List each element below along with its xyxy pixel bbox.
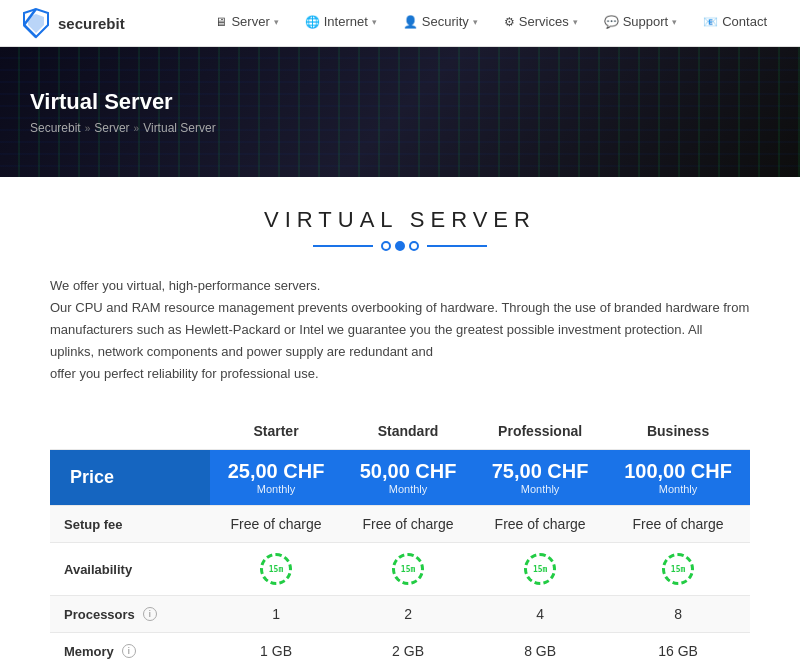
col-header-business: Business <box>606 413 750 450</box>
price-starter: 25,00 CHF Monthly <box>210 450 342 506</box>
table-row-setup: Setup fee Free of charge Free of charge … <box>50 506 750 543</box>
breadcrumb-sep1: » <box>85 123 91 134</box>
avail-badge-professional: 15m <box>524 553 556 585</box>
server-icon: 🖥 <box>215 15 227 29</box>
table-row-availability: Availability 15m 15m 15m 15m <box>50 543 750 596</box>
avail-label: Availability <box>50 543 210 596</box>
nav-internet-label: Internet <box>324 14 368 29</box>
avail-starter: 15m <box>210 543 342 596</box>
mem-info-icon[interactable]: i <box>122 644 136 658</box>
nav-support-label: Support <box>623 14 669 29</box>
nav-server-label: Server <box>231 14 269 29</box>
title-line-right <box>427 245 487 247</box>
chevron-down-icon: ▾ <box>372 17 377 27</box>
logo[interactable]: securebit <box>20 7 125 39</box>
security-icon: 👤 <box>403 15 418 29</box>
title-decorator <box>50 241 750 251</box>
setup-standard: Free of charge <box>342 506 474 543</box>
avail-badge-standard: 15m <box>392 553 424 585</box>
proc-info-icon[interactable]: i <box>143 607 157 621</box>
col-header-professional: Professional <box>474 413 606 450</box>
page-title: VIRTUAL SERVER <box>50 207 750 233</box>
mem-business: 16 GB <box>606 633 750 665</box>
avail-badge-business: 15m <box>662 553 694 585</box>
hero-title: Virtual Server <box>30 89 770 115</box>
chevron-down-icon: ▾ <box>672 17 677 27</box>
col-header-standard: Standard <box>342 413 474 450</box>
avail-badge-starter: 15m <box>260 553 292 585</box>
contact-icon: 📧 <box>703 15 718 29</box>
nav-security[interactable]: 👤 Security ▾ <box>390 0 491 47</box>
main-content: VIRTUAL SERVER We offer you virtual, hig… <box>0 177 800 665</box>
pricing-table: Starter Standard Professional Business P… <box>50 413 750 665</box>
circle-2 <box>395 241 405 251</box>
setup-business: Free of charge <box>606 506 750 543</box>
table-row-price: Price 25,00 CHF Monthly 50,00 CHF Monthl… <box>50 450 750 506</box>
avail-business: 15m <box>606 543 750 596</box>
hero-banner: Virtual Server Securebit » Server » Virt… <box>0 47 800 177</box>
nav-menu: 🖥 Server ▾ 🌐 Internet ▾ 👤 Security ▾ ⚙ S… <box>202 0 780 47</box>
logo-text: securebit <box>58 15 125 32</box>
col-header-empty <box>50 413 210 450</box>
breadcrumb-server[interactable]: Server <box>94 121 129 135</box>
price-period-standard: Monthly <box>356 483 460 495</box>
price-business: 100,00 CHF Monthly <box>606 450 750 506</box>
nav-contact-label: Contact <box>722 14 767 29</box>
chevron-down-icon: ▾ <box>573 17 578 27</box>
breadcrumb: Securebit » Server » Virtual Server <box>30 121 770 135</box>
proc-starter: 1 <box>210 596 342 633</box>
navbar: securebit 🖥 Server ▾ 🌐 Internet ▾ 👤 Secu… <box>0 0 800 47</box>
table-row-memory: Memory i 1 GB 2 GB 8 GB 16 GB <box>50 633 750 665</box>
nav-support[interactable]: 💬 Support ▾ <box>591 0 691 47</box>
proc-professional: 4 <box>474 596 606 633</box>
nav-contact[interactable]: 📧 Contact <box>690 0 780 47</box>
services-icon: ⚙ <box>504 15 515 29</box>
page-description: We offer you virtual, high-performance s… <box>50 275 750 385</box>
mem-professional: 8 GB <box>474 633 606 665</box>
setup-label: Setup fee <box>50 506 210 543</box>
price-period-starter: Monthly <box>224 483 328 495</box>
price-period-business: Monthly <box>620 483 736 495</box>
col-header-starter: Starter <box>210 413 342 450</box>
proc-label: Processors i <box>50 596 210 633</box>
price-amount-standard: 50,00 CHF <box>356 460 460 483</box>
support-icon: 💬 <box>604 15 619 29</box>
mem-standard: 2 GB <box>342 633 474 665</box>
price-standard: 50,00 CHF Monthly <box>342 450 474 506</box>
price-amount-professional: 75,00 CHF <box>488 460 592 483</box>
nav-server[interactable]: 🖥 Server ▾ <box>202 0 291 47</box>
proc-business: 8 <box>606 596 750 633</box>
circle-1 <box>381 241 391 251</box>
price-amount-starter: 25,00 CHF <box>224 460 328 483</box>
nav-internet[interactable]: 🌐 Internet ▾ <box>292 0 390 47</box>
setup-professional: Free of charge <box>474 506 606 543</box>
price-professional: 75,00 CHF Monthly <box>474 450 606 506</box>
mem-label: Memory i <box>50 633 210 665</box>
nav-security-label: Security <box>422 14 469 29</box>
title-circles <box>381 241 419 251</box>
breadcrumb-sep2: » <box>134 123 140 134</box>
circle-3 <box>409 241 419 251</box>
chevron-down-icon: ▾ <box>473 17 478 27</box>
avail-professional: 15m <box>474 543 606 596</box>
nav-services[interactable]: ⚙ Services ▾ <box>491 0 591 47</box>
price-amount-business: 100,00 CHF <box>620 460 736 483</box>
title-line-left <box>313 245 373 247</box>
price-period-professional: Monthly <box>488 483 592 495</box>
nav-services-label: Services <box>519 14 569 29</box>
breadcrumb-current: Virtual Server <box>143 121 215 135</box>
mem-starter: 1 GB <box>210 633 342 665</box>
chevron-down-icon: ▾ <box>274 17 279 27</box>
setup-starter: Free of charge <box>210 506 342 543</box>
table-row-processors: Processors i 1 2 4 8 <box>50 596 750 633</box>
logo-icon <box>20 7 52 39</box>
price-label-cell: Price <box>50 450 210 506</box>
avail-standard: 15m <box>342 543 474 596</box>
breadcrumb-home[interactable]: Securebit <box>30 121 81 135</box>
internet-icon: 🌐 <box>305 15 320 29</box>
proc-standard: 2 <box>342 596 474 633</box>
